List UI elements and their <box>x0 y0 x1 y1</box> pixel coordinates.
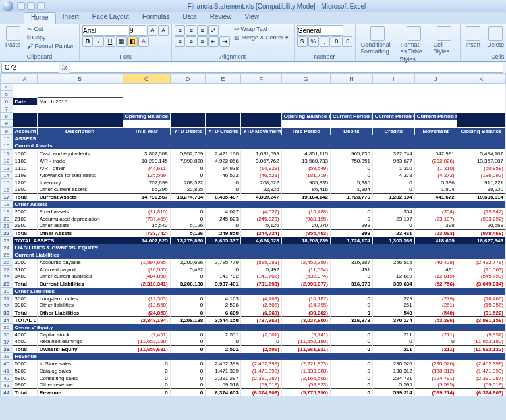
data-row[interactable]: 313500Long-term notes(12,303)04,163(4,16… <box>1 295 506 302</box>
section-current-assets: Current Assets <box>13 142 505 149</box>
conditional-formatting-button[interactable]: Conditional Formatting <box>358 25 397 56</box>
data-row[interactable]: 44TotalRevenue006,374,603(6,374,603)(5,7… <box>1 389 506 396</box>
section-header: 39Revenue <box>1 353 506 360</box>
redo-icon[interactable] <box>37 2 45 10</box>
quick-access-toolbar <box>17 2 45 10</box>
insert-cells-button[interactable]: Insert <box>463 25 484 49</box>
align-bottom-icon[interactable]: ≡ <box>197 25 208 36</box>
section-header: 30Other Liabilities <box>1 288 506 295</box>
data-row[interactable]: 374500Retained earnings(11,652,180)000(1… <box>1 338 506 346</box>
data-row[interactable]: 283400Other current liabilities(404,090)… <box>1 273 506 280</box>
delete-icon <box>488 26 503 41</box>
merge-center-button[interactable]: ▥ Merge & Center ▾ <box>231 34 291 41</box>
data-row[interactable]: 22TotalOther Assets(733,742)5,126249,850… <box>1 230 506 237</box>
italic-button[interactable]: I <box>94 36 104 47</box>
align-right-icon[interactable]: ≡ <box>197 36 208 47</box>
row-7: 7 <box>1 105 506 113</box>
section-header: 24LIABILITIES & OWNERS' EQUITY <box>1 244 506 251</box>
number-format-select[interactable] <box>297 25 343 36</box>
cell-styles-icon <box>437 26 451 41</box>
delete-cells-button[interactable]: Delete <box>484 25 506 49</box>
tab-insert[interactable]: Insert <box>56 12 86 24</box>
data-row[interactable]: 131110A/R - other(44,611)014,938(14,938)… <box>1 165 506 172</box>
wrap-text-button[interactable]: ↩ Wrap Text <box>231 25 291 33</box>
formula-input[interactable] <box>70 63 503 73</box>
header-row-1: 8Opening Balance This YearOpening Balanc… <box>1 113 506 120</box>
data-row[interactable]: 263000Accounts payable(1,897,695)3,200,6… <box>1 259 506 266</box>
section-assets: ASSETS <box>13 135 505 142</box>
format-as-table-icon <box>407 26 421 41</box>
save-icon[interactable] <box>17 2 25 10</box>
data-row[interactable]: 425800Consulting sales002,391,287(2,391,… <box>1 375 506 382</box>
undo-icon[interactable] <box>27 2 35 10</box>
tab-home[interactable]: Home <box>24 12 56 24</box>
data-row[interactable]: 121100A/R - trade10,290,1457,990,8284,92… <box>1 157 506 165</box>
data-row[interactable]: 111000Cash and equivalents3,862,5085,952… <box>1 150 506 157</box>
tab-formulas[interactable]: Formulas <box>136 12 177 24</box>
currency-icon[interactable]: $ <box>297 36 308 47</box>
name-box[interactable] <box>1 63 59 73</box>
worksheet-grid[interactable]: ABCDEFGHIJK 4 5 6Date:March 2015 7 8Open… <box>0 74 506 396</box>
data-row[interactable]: 141199Allowance for bad debts(135,569)04… <box>1 172 506 179</box>
decrease-decimal-icon[interactable]: .0 <box>342 36 352 47</box>
data-row[interactable]: 435900Other revenue0059,518(59,518)(53,9… <box>1 382 506 389</box>
font-size-select[interactable] <box>129 25 146 36</box>
tab-review[interactable]: Review <box>204 12 239 24</box>
underline-button[interactable]: U <box>105 36 115 47</box>
tab-page-layout[interactable]: Page Layout <box>86 12 136 24</box>
data-row[interactable]: 202100Accumulated depreciation(737,469)0… <box>1 215 506 223</box>
data-row[interactable]: 364000Capital stock(7,451)02,501(2,501)(… <box>1 331 506 338</box>
fill-color-button[interactable]: ◧ <box>127 36 138 47</box>
format-painter-button[interactable]: 🖌 Format Painter <box>24 42 76 50</box>
orientation-icon[interactable]: ⤢ <box>208 25 219 36</box>
indent-decrease-icon[interactable]: ⇤ <box>208 36 219 47</box>
indent-increase-icon[interactable]: ⇥ <box>219 36 230 47</box>
cut-button[interactable]: ✂ Cut <box>24 25 76 33</box>
group-clipboard: Paste ✂ Cut ⎘ Copy 🖌 Format Painter Clip… <box>0 24 80 61</box>
data-row[interactable]: 17TotalCurrent Assets14,736,56713,274,73… <box>1 194 506 201</box>
format-as-table-button[interactable]: Format as Table <box>398 25 430 56</box>
font-name-select[interactable] <box>82 25 128 36</box>
insert-icon <box>466 26 480 41</box>
office-button[interactable] <box>3 1 13 11</box>
align-middle-icon[interactable]: ≡ <box>186 25 196 36</box>
bold-button[interactable]: B <box>82 36 93 47</box>
shrink-font-icon[interactable]: A <box>158 25 169 36</box>
comma-icon[interactable]: , <box>320 36 330 47</box>
grow-font-icon[interactable]: A <box>147 25 157 36</box>
align-top-icon[interactable]: ≡ <box>175 25 185 36</box>
data-row[interactable]: 415200Catalog sales001,471,399(1,471,399… <box>1 367 506 375</box>
data-row[interactable]: 161900Other current assets65,39522,82502… <box>1 186 506 194</box>
data-row[interactable]: 192000Fixed assets(11,815)04,027(4,027)(… <box>1 208 506 215</box>
tab-view[interactable]: View <box>238 12 266 24</box>
conditional-formatting-icon <box>370 26 385 41</box>
data-row[interactable]: 33TotalOther Liabilities(24,853)06,669(6… <box>1 309 506 317</box>
column-headers[interactable]: ABCDEFGHIJK <box>1 74 506 84</box>
data-row[interactable]: 38TotalOwners' Equity(11,659,631)02,501(… <box>1 346 506 353</box>
formula-bar: fx <box>0 62 506 74</box>
group-number: $ % , .0 .0 Number <box>295 24 356 61</box>
data-row[interactable]: 273100Accrued payroll(16,555)5,49205,492… <box>1 266 506 273</box>
data-row[interactable]: 323900Other liabilities(12,550)02,506(2,… <box>1 302 506 309</box>
row-4: 4 <box>1 84 506 91</box>
align-left-icon[interactable]: ≡ <box>175 36 185 47</box>
align-center-icon[interactable]: ≡ <box>186 36 196 47</box>
data-row[interactable]: 151200Inventory702,699208,5220208,522905… <box>1 179 506 186</box>
border-button[interactable]: ▦ <box>116 36 126 47</box>
data-row[interactable]: 23TOTAL ASSETS14,002,82513,279,8608,655,… <box>1 237 506 244</box>
cell-styles-button[interactable]: Cell Styles <box>431 25 457 56</box>
percent-icon[interactable]: % <box>308 36 319 47</box>
tab-data[interactable]: Data <box>177 12 204 24</box>
data-row[interactable]: 405000In Store sales002,452,399(2,452,39… <box>1 360 506 367</box>
section-header: 25Current Liabilities <box>1 251 506 259</box>
fx-icon[interactable]: fx <box>59 64 70 71</box>
paste-icon <box>6 26 20 41</box>
data-row[interactable]: 212900Other assets15,5425,12605,12620,27… <box>1 223 506 230</box>
data-row[interactable]: 29TotalCurrent Liabilities(2,318,341)3,2… <box>1 280 506 288</box>
font-color-button[interactable]: A <box>138 36 149 47</box>
data-row[interactable]: 34TOTAL LIABILITIES(2,343,194)3,206,1883… <box>1 317 506 324</box>
paste-button[interactable]: Paste <box>3 25 23 49</box>
copy-button[interactable]: ⎘ Copy <box>24 34 76 41</box>
increase-decimal-icon[interactable]: .0 <box>331 36 341 47</box>
section-header: 18Other Assets <box>1 201 506 208</box>
